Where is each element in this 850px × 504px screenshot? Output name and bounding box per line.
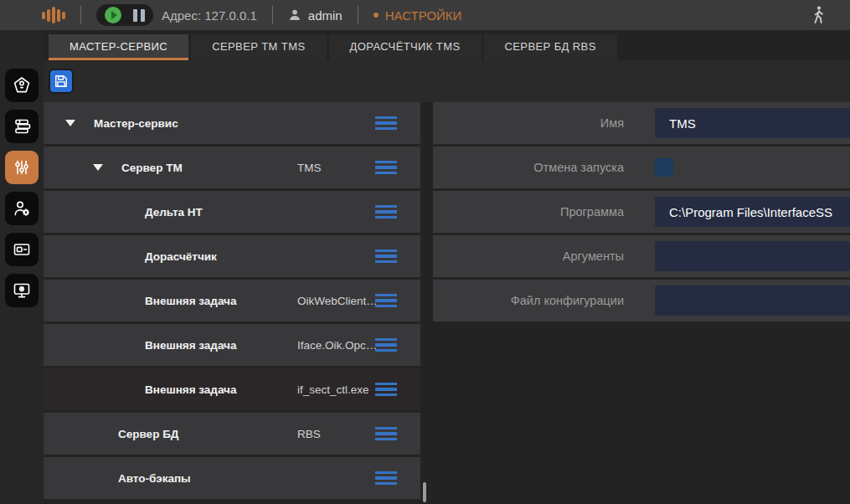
- row-menu-icon[interactable]: [375, 338, 397, 352]
- walking-person-icon[interactable]: [810, 5, 827, 25]
- row-menu-icon[interactable]: [375, 205, 397, 219]
- run-control: [96, 4, 153, 26]
- tree-row-delta-nt[interactable]: Дельта НТ: [44, 191, 420, 233]
- floppy-disk-icon: [53, 73, 70, 90]
- tree-row-master-service[interactable]: Мастер-сервис: [44, 102, 420, 144]
- tree-row-external-task-2[interactable]: Внешняя задача Iface.Oik.Opc…: [44, 324, 420, 366]
- server-address: Адрес: 127.0.0.1: [162, 8, 257, 23]
- divider: [272, 6, 273, 24]
- tree-row-doraschetchik[interactable]: Дорасчётчик: [44, 235, 420, 277]
- sidebar-item-monitoring[interactable]: [5, 274, 39, 307]
- user-gear-icon: [12, 198, 32, 219]
- sidebar-item-library[interactable]: [5, 110, 39, 143]
- settings-label: НАСТРОЙКИ: [385, 8, 462, 23]
- row-menu-icon[interactable]: [375, 427, 397, 441]
- sidebar-item-settings[interactable]: [5, 151, 39, 184]
- card-reader-icon: [12, 239, 32, 260]
- sliders-icon: [12, 157, 32, 177]
- monitor-eye-icon: [12, 280, 32, 301]
- settings-nav-item[interactable]: НАСТРОЙКИ: [373, 8, 462, 23]
- save-button[interactable]: [49, 69, 74, 94]
- tree-row-server-tm[interactable]: Сервер ТМ TMS: [44, 147, 420, 188]
- row-menu-icon[interactable]: [375, 161, 397, 175]
- form-row-program: Программа: [433, 191, 850, 233]
- name-input[interactable]: [655, 108, 850, 138]
- books-stack-icon: [12, 116, 32, 136]
- form-row-name: Имя: [433, 102, 850, 144]
- sidebar-item-security[interactable]: [5, 69, 39, 102]
- arguments-input[interactable]: [655, 241, 850, 271]
- row-menu-icon[interactable]: [375, 249, 397, 264]
- content-panels: Мастер-сервис Сервер ТМ TMS Дельта НТ До…: [44, 102, 850, 504]
- service-tree: Мастер-сервис Сервер ТМ TMS Дельта НТ До…: [44, 102, 420, 504]
- tab-server-bd-rbs[interactable]: СЕРВЕР БД RBS: [484, 34, 617, 60]
- panel-divider: [420, 102, 433, 504]
- chevron-down-icon[interactable]: [93, 164, 103, 171]
- config-file-input[interactable]: [655, 285, 850, 316]
- tab-doraschetchik-tms[interactable]: ДОРАСЧЁТЧИК TMS: [329, 34, 482, 60]
- sidebar-item-users[interactable]: [5, 192, 39, 225]
- vertical-scrollbar-thumb[interactable]: [423, 482, 426, 502]
- cancel-start-checkbox[interactable]: [655, 158, 673, 177]
- row-menu-icon[interactable]: [375, 294, 397, 308]
- divider: [80, 6, 81, 24]
- form-row-config-file: Файл конфигурации: [433, 280, 850, 321]
- row-menu-icon[interactable]: [375, 383, 397, 397]
- toolbar: [44, 60, 850, 102]
- user-menu[interactable]: admin: [288, 8, 343, 23]
- row-menu-icon[interactable]: [375, 116, 397, 131]
- properties-form: Имя Отмена запуска Программа Аргументы Ф…: [433, 102, 850, 504]
- tree-row-server-bd[interactable]: Сервер БД RBS: [44, 413, 420, 455]
- app-logo-equalizer-icon: [42, 7, 65, 23]
- tree-row-external-task-3[interactable]: Внешняя задача if_sect_ctl.exe: [44, 368, 420, 410]
- form-row-cancel-start: Отмена запуска: [433, 147, 850, 188]
- user-name: admin: [308, 8, 343, 23]
- bullet-icon: [373, 13, 379, 18]
- form-row-arguments: Аргументы: [433, 235, 850, 277]
- tree-row-auto-backups[interactable]: Авто-бэкапы: [44, 457, 420, 499]
- icon-sidebar: [0, 30, 44, 504]
- sidebar-item-card-reader[interactable]: [5, 233, 39, 266]
- program-path-input[interactable]: [655, 197, 850, 227]
- user-icon: [288, 8, 301, 22]
- security-pentagon-icon: [12, 75, 32, 95]
- main-area: МАСТЕР-СЕРВИС СЕРВЕР ТМ TMS ДОРАСЧЁТЧИК …: [44, 30, 850, 504]
- play-icon: [111, 11, 117, 19]
- chevron-down-icon[interactable]: [65, 120, 75, 126]
- tab-master-service[interactable]: МАСТЕР-СЕРВИС: [49, 34, 188, 60]
- tree-row-external-task-1[interactable]: Внешняя задача OikWebClient…: [44, 280, 420, 321]
- pause-button[interactable]: [133, 9, 145, 22]
- tab-bar: МАСТЕР-СЕРВИС СЕРВЕР ТМ TMS ДОРАСЧЁТЧИК …: [49, 34, 850, 60]
- tab-server-tm-tms[interactable]: СЕРВЕР ТМ TMS: [191, 34, 326, 60]
- top-bar: Адрес: 127.0.0.1 admin НАСТРОЙКИ: [0, 0, 850, 30]
- play-button[interactable]: [105, 7, 121, 23]
- divider: [358, 6, 358, 24]
- row-menu-icon[interactable]: [375, 471, 397, 486]
